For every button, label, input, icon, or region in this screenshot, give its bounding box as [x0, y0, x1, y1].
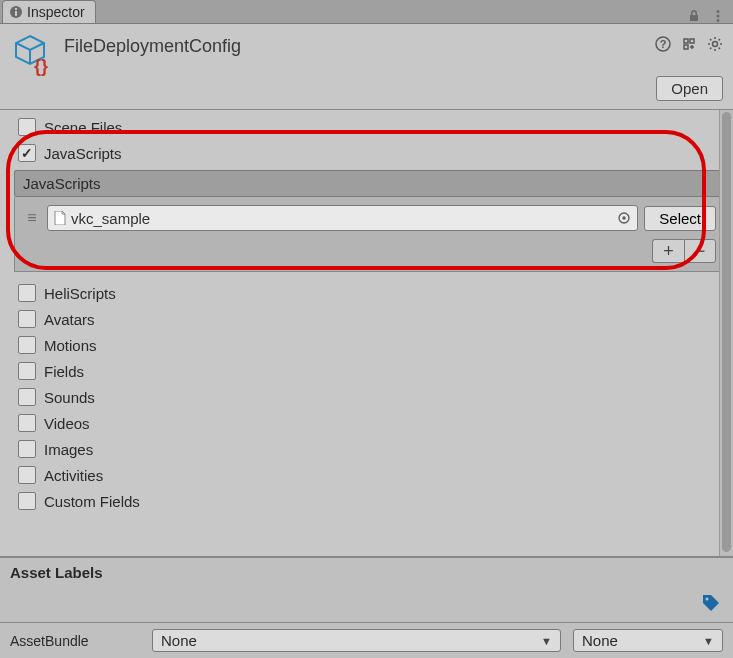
asset-bundle-dropdown[interactable]: None ▼	[152, 629, 561, 652]
custom-fields-checkbox[interactable]	[18, 492, 36, 510]
select-button[interactable]: Select	[644, 206, 716, 231]
asset-bundle-value: None	[161, 632, 197, 649]
open-button[interactable]: Open	[656, 76, 723, 101]
asset-labels-title: Asset Labels	[10, 564, 103, 581]
videos-label: Videos	[44, 415, 90, 432]
gear-icon[interactable]	[707, 36, 723, 52]
asset-bundle-label: AssetBundle	[10, 633, 140, 649]
vertical-scrollbar[interactable]	[719, 110, 733, 556]
remove-item-button[interactable]: −	[684, 239, 716, 263]
add-item-button[interactable]: +	[652, 239, 684, 263]
inspector-tab[interactable]: Inspector	[2, 0, 96, 23]
activities-checkbox[interactable]	[18, 466, 36, 484]
heliscripts-label: HeliScripts	[44, 285, 116, 302]
svg-text:{}: {}	[34, 56, 48, 76]
scriptable-object-icon: {}	[10, 32, 50, 72]
document-icon	[54, 211, 66, 225]
lock-icon[interactable]	[687, 9, 701, 23]
images-checkbox[interactable]	[18, 440, 36, 458]
svg-rect-1	[15, 11, 17, 16]
javascripts-list-panel: JavaScripts ≡ Select	[14, 170, 725, 272]
asset-header: {} FileDeploymentConfig ?	[0, 24, 733, 76]
info-icon	[9, 5, 23, 19]
object-picker-icon[interactable]	[617, 211, 631, 225]
avatars-checkbox[interactable]	[18, 310, 36, 328]
properties-panel: Scene Files JavaScripts JavaScripts ≡	[0, 110, 733, 556]
chevron-down-icon: ▼	[541, 635, 552, 647]
svg-point-4	[717, 15, 720, 18]
sounds-checkbox[interactable]	[18, 388, 36, 406]
svg-point-12	[706, 598, 709, 601]
motions-checkbox[interactable]	[18, 336, 36, 354]
asset-bundle-variant-value: None	[582, 632, 618, 649]
heliscripts-checkbox[interactable]	[18, 284, 36, 302]
fields-label: Fields	[44, 363, 84, 380]
images-label: Images	[44, 441, 93, 458]
asset-bundle-variant-dropdown[interactable]: None ▼	[573, 629, 723, 652]
object-field-input[interactable]	[71, 210, 612, 227]
custom-fields-label: Custom Fields	[44, 493, 140, 510]
activities-label: Activities	[44, 467, 103, 484]
avatars-label: Avatars	[44, 311, 95, 328]
help-icon[interactable]: ?	[655, 36, 671, 52]
preset-icon[interactable]	[681, 36, 697, 52]
javascripts-list-header: JavaScripts	[14, 170, 725, 197]
javascripts-checkbox[interactable]	[18, 144, 36, 162]
sounds-label: Sounds	[44, 389, 95, 406]
scene-files-label: Scene Files	[44, 119, 122, 136]
svg-rect-2	[15, 8, 17, 10]
object-field[interactable]	[47, 205, 638, 231]
videos-checkbox[interactable]	[18, 414, 36, 432]
tab-bar: Inspector	[0, 0, 733, 24]
chevron-down-icon: ▼	[703, 635, 714, 647]
motions-label: Motions	[44, 337, 97, 354]
svg-point-5	[717, 19, 720, 22]
scene-files-checkbox[interactable]	[18, 118, 36, 136]
footer: Asset Labels AssetBundle None ▼ None ▼	[0, 556, 733, 658]
svg-point-3	[717, 10, 720, 13]
svg-point-11	[623, 216, 626, 219]
inspector-tab-label: Inspector	[27, 4, 85, 20]
javascripts-label: JavaScripts	[44, 145, 122, 162]
menu-icon[interactable]	[711, 9, 725, 23]
tag-icon[interactable]	[701, 593, 721, 616]
list-item: ≡ Select	[23, 205, 716, 231]
fields-checkbox[interactable]	[18, 362, 36, 380]
asset-name: FileDeploymentConfig	[64, 32, 655, 57]
svg-point-9	[713, 42, 718, 47]
svg-text:?: ?	[660, 38, 667, 50]
drag-handle-icon[interactable]: ≡	[23, 209, 41, 227]
